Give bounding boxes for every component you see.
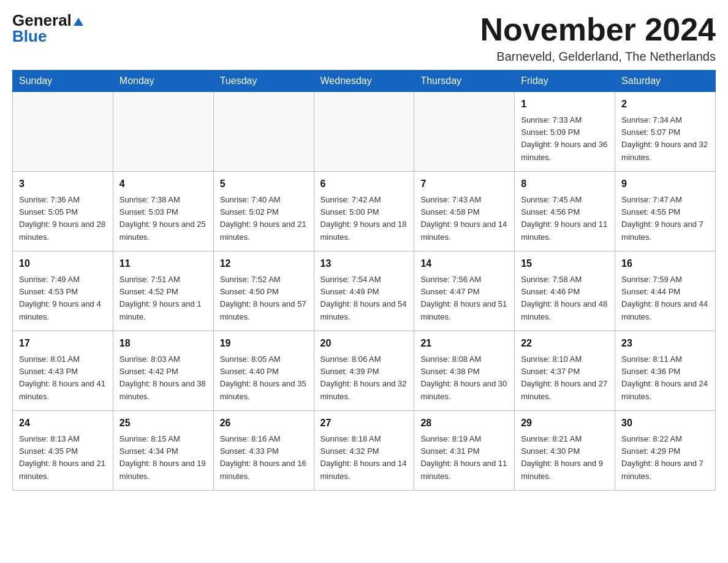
day-info: Sunrise: 7:34 AM Sunset: 5:07 PM Dayligh… [621,114,709,164]
logo-general: General [12,12,83,28]
day-info: Sunrise: 7:43 AM Sunset: 4:58 PM Dayligh… [420,194,508,243]
day-number: 14 [420,256,508,271]
day-info: Sunrise: 8:01 AM Sunset: 4:43 PM Dayligh… [19,353,107,403]
calendar-cell: 7Sunrise: 7:43 AM Sunset: 4:58 PM Daylig… [414,172,515,251]
day-info: Sunrise: 7:51 AM Sunset: 4:52 PM Dayligh… [119,274,207,323]
calendar-cell: 12Sunrise: 7:52 AM Sunset: 4:50 PM Dayli… [213,251,314,331]
day-number: 17 [19,336,107,351]
calendar-cell: 16Sunrise: 7:59 AM Sunset: 4:44 PM Dayli… [615,251,716,331]
calendar-cell: 25Sunrise: 8:15 AM Sunset: 4:34 PM Dayli… [113,411,213,491]
calendar-cell: 14Sunrise: 7:56 AM Sunset: 4:47 PM Dayli… [414,251,515,331]
weekday-header-thursday: Thursday [414,71,515,92]
day-info: Sunrise: 7:54 AM Sunset: 4:49 PM Dayligh… [320,274,408,323]
calendar-cell: 5Sunrise: 7:40 AM Sunset: 5:02 PM Daylig… [213,172,314,251]
day-info: Sunrise: 7:38 AM Sunset: 5:03 PM Dayligh… [119,194,207,243]
day-number: 12 [220,256,308,271]
calendar-cell: 23Sunrise: 8:11 AM Sunset: 4:36 PM Dayli… [615,331,716,411]
day-number: 7 [420,177,508,191]
calendar-cell: 28Sunrise: 8:19 AM Sunset: 4:31 PM Dayli… [414,411,515,491]
weekday-header-saturday: Saturday [615,71,716,92]
day-info: Sunrise: 7:56 AM Sunset: 4:47 PM Dayligh… [420,274,508,323]
logo-blue: Blue [12,27,47,46]
calendar-cell: 6Sunrise: 7:42 AM Sunset: 5:00 PM Daylig… [314,172,414,251]
calendar-cell: 17Sunrise: 8:01 AM Sunset: 4:43 PM Dayli… [13,331,113,411]
day-number: 11 [119,256,207,271]
day-info: Sunrise: 7:36 AM Sunset: 5:05 PM Dayligh… [19,194,107,243]
weekday-header-monday: Monday [113,71,213,92]
day-number: 1 [521,97,609,112]
week-row-1: 1Sunrise: 7:33 AM Sunset: 5:09 PM Daylig… [13,92,716,172]
calendar-cell: 20Sunrise: 8:06 AM Sunset: 4:39 PM Dayli… [314,331,414,411]
week-row-4: 17Sunrise: 8:01 AM Sunset: 4:43 PM Dayli… [13,331,716,411]
day-info: Sunrise: 8:13 AM Sunset: 4:35 PM Dayligh… [19,433,107,483]
calendar-cell [314,92,414,172]
calendar-cell [213,92,314,172]
calendar-cell: 13Sunrise: 7:54 AM Sunset: 4:49 PM Dayli… [314,251,414,331]
day-info: Sunrise: 7:40 AM Sunset: 5:02 PM Dayligh… [220,194,308,243]
calendar-cell [414,92,515,172]
day-number: 27 [320,416,408,431]
calendar-cell: 4Sunrise: 7:38 AM Sunset: 5:03 PM Daylig… [113,172,213,251]
day-number: 4 [119,177,207,191]
day-number: 30 [621,416,709,431]
day-info: Sunrise: 8:11 AM Sunset: 4:36 PM Dayligh… [621,353,709,403]
calendar-cell: 30Sunrise: 8:22 AM Sunset: 4:29 PM Dayli… [615,411,716,491]
calendar-cell: 1Sunrise: 7:33 AM Sunset: 5:09 PM Daylig… [515,92,615,172]
day-info: Sunrise: 7:42 AM Sunset: 5:00 PM Dayligh… [320,194,408,243]
calendar-cell: 8Sunrise: 7:45 AM Sunset: 4:56 PM Daylig… [515,172,615,251]
day-info: Sunrise: 8:21 AM Sunset: 4:30 PM Dayligh… [521,433,609,483]
logo: General Blue [12,12,83,46]
day-number: 8 [521,177,609,191]
day-number: 29 [521,416,609,431]
calendar-cell: 10Sunrise: 7:49 AM Sunset: 4:53 PM Dayli… [13,251,113,331]
calendar-cell: 26Sunrise: 8:16 AM Sunset: 4:33 PM Dayli… [213,411,314,491]
day-number: 21 [420,336,508,351]
weekday-header-sunday: Sunday [13,71,113,92]
day-number: 16 [621,256,709,271]
calendar-cell: 9Sunrise: 7:47 AM Sunset: 4:55 PM Daylig… [615,172,716,251]
calendar-cell: 19Sunrise: 8:05 AM Sunset: 4:40 PM Dayli… [213,331,314,411]
day-number: 24 [19,416,107,431]
day-info: Sunrise: 8:19 AM Sunset: 4:31 PM Dayligh… [420,433,508,483]
week-row-3: 10Sunrise: 7:49 AM Sunset: 4:53 PM Dayli… [13,251,716,331]
day-info: Sunrise: 7:52 AM Sunset: 4:50 PM Dayligh… [220,274,308,323]
day-info: Sunrise: 8:15 AM Sunset: 4:34 PM Dayligh… [119,433,207,483]
day-info: Sunrise: 8:16 AM Sunset: 4:33 PM Dayligh… [220,433,308,483]
day-number: 19 [220,336,308,351]
calendar-cell: 24Sunrise: 8:13 AM Sunset: 4:35 PM Dayli… [13,411,113,491]
calendar-table: SundayMondayTuesdayWednesdayThursdayFrid… [12,70,716,491]
calendar-cell: 11Sunrise: 7:51 AM Sunset: 4:52 PM Dayli… [113,251,213,331]
day-number: 26 [220,416,308,431]
day-number: 25 [119,416,207,431]
title-section: November 2024 Barneveld, Gelderland, The… [480,12,716,64]
day-number: 5 [220,177,308,191]
calendar-cell [13,92,113,172]
weekday-header-row: SundayMondayTuesdayWednesdayThursdayFrid… [13,71,716,92]
day-number: 15 [521,256,609,271]
page-header: General Blue November 2024 Barneveld, Ge… [12,12,716,64]
calendar-cell: 15Sunrise: 7:58 AM Sunset: 4:46 PM Dayli… [515,251,615,331]
calendar-cell: 21Sunrise: 8:08 AM Sunset: 4:38 PM Dayli… [414,331,515,411]
day-info: Sunrise: 8:22 AM Sunset: 4:29 PM Dayligh… [621,433,709,483]
calendar-cell: 29Sunrise: 8:21 AM Sunset: 4:30 PM Dayli… [515,411,615,491]
day-info: Sunrise: 7:47 AM Sunset: 4:55 PM Dayligh… [621,194,709,243]
calendar-cell: 2Sunrise: 7:34 AM Sunset: 5:07 PM Daylig… [615,92,716,172]
day-number: 20 [320,336,408,351]
month-title: November 2024 [480,12,716,47]
location-subtitle: Barneveld, Gelderland, The Netherlands [480,50,716,64]
calendar-cell: 22Sunrise: 8:10 AM Sunset: 4:37 PM Dayli… [515,331,615,411]
day-number: 23 [621,336,709,351]
day-info: Sunrise: 8:05 AM Sunset: 4:40 PM Dayligh… [220,353,308,403]
day-number: 3 [19,177,107,191]
day-number: 2 [621,97,709,112]
day-number: 13 [320,256,408,271]
day-info: Sunrise: 7:33 AM Sunset: 5:09 PM Dayligh… [521,114,609,164]
day-number: 18 [119,336,207,351]
day-info: Sunrise: 7:49 AM Sunset: 4:53 PM Dayligh… [19,274,107,323]
week-row-2: 3Sunrise: 7:36 AM Sunset: 5:05 PM Daylig… [13,172,716,251]
day-info: Sunrise: 7:45 AM Sunset: 4:56 PM Dayligh… [521,194,609,243]
calendar-cell [113,92,213,172]
day-info: Sunrise: 8:08 AM Sunset: 4:38 PM Dayligh… [420,353,508,403]
day-number: 28 [420,416,508,431]
weekday-header-tuesday: Tuesday [213,71,314,92]
